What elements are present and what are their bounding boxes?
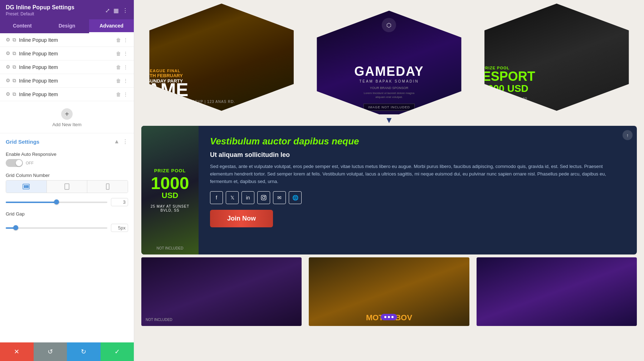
popup-item-2[interactable]: ⚙ ⧉ Inline Popup Item 🗑 ⋮: [0, 47, 134, 60]
tabs: Content Design Advanced: [0, 19, 134, 33]
auto-responsive-toggle[interactable]: [6, 159, 23, 167]
svg-point-8: [265, 196, 265, 197]
gear-icon-5[interactable]: ⚙: [6, 91, 10, 97]
svg-rect-4: [65, 184, 69, 189]
save-button[interactable]: ✓: [101, 342, 134, 361]
join-now-button[interactable]: Join Now: [210, 210, 273, 227]
popup-close-button[interactable]: ↑: [623, 130, 633, 140]
add-new-label: Add New Item: [52, 122, 82, 127]
item-label-5: Inline Popup Item: [19, 92, 113, 97]
popup-body: Sed egestas, ante et vulputate volutpat,…: [210, 163, 625, 185]
copy-icon-3[interactable]: ⧉: [13, 64, 16, 70]
thumb-3: [477, 257, 637, 326]
cancel-button[interactable]: ✕: [0, 342, 34, 361]
left-panel: DG Inline Popup Settings Preset: Default…: [0, 0, 134, 361]
gap-slider[interactable]: [6, 227, 107, 229]
column-value[interactable]: 3: [111, 198, 128, 206]
popup-items-list: ⚙ ⧉ Inline Popup Item 🗑 ⋮ ⚙ ⧉ Inline Pop…: [0, 33, 134, 101]
panel-title: DG Inline Popup Settings: [6, 4, 74, 11]
panel-subtitle: Preset: Default: [6, 11, 74, 16]
copy-icon-5[interactable]: ⧉: [13, 91, 16, 97]
social-web[interactable]: 🌐: [289, 191, 302, 204]
more-icon-4[interactable]: ⋮: [123, 78, 128, 84]
popup-content: Vestibulum auctor dapibus neque Ut aliqu…: [199, 126, 637, 254]
hex-item-2: ⬡ GAMEDAY TEAM BAPAK SOMADIN YOUR BRAND …: [309, 11, 469, 114]
grid-column-label: Grid Column Number: [6, 173, 128, 178]
grid-gap-row: Grid Gap: [0, 208, 134, 222]
grid-settings-title: Grid Settings: [6, 139, 39, 145]
copy-icon-1[interactable]: ⧉: [13, 37, 16, 43]
social-twitter[interactable]: 𝕏: [226, 191, 239, 204]
copy-icon-4[interactable]: ⧉: [13, 78, 16, 84]
social-icons-row: f 𝕏 in ✉ 🌐: [210, 191, 625, 204]
more-icon-3[interactable]: ⋮: [123, 64, 128, 70]
item-label-2: Inline Popup Item: [19, 51, 113, 56]
thumb-dots: [381, 314, 397, 320]
auto-responsive-row: Enable Auto Responsive OFF: [0, 149, 134, 170]
popup-item-3[interactable]: ⚙ ⧉ Inline Popup Item 🗑 ⋮: [0, 60, 134, 74]
svg-rect-6: [261, 195, 266, 200]
grid-column-row: Grid Column Number: [0, 170, 134, 196]
redo-icon: ↻: [81, 348, 86, 356]
svg-rect-5: [106, 184, 109, 189]
social-facebook[interactable]: f: [210, 191, 223, 204]
gap-value[interactable]: 5px: [111, 224, 128, 232]
cancel-icon: ✕: [14, 348, 19, 356]
more-icon-1[interactable]: ⋮: [123, 37, 128, 43]
hex-item-3: PRIZE POOL ESPORT 1000 USD 25 MAY AT SUN…: [477, 4, 637, 111]
popup-item-5[interactable]: ⚙ ⧉ Inline Popup Item 🗑 ⋮: [0, 88, 134, 101]
svg-rect-2: [26, 185, 27, 188]
tab-design[interactable]: Design: [45, 19, 89, 33]
grid-col-mobile[interactable]: [87, 180, 128, 193]
column-slider[interactable]: [6, 201, 107, 203]
grid-icon[interactable]: ▦: [113, 7, 119, 14]
reset-button[interactable]: ↺: [34, 342, 67, 361]
delete-icon-4[interactable]: 🗑: [116, 78, 121, 84]
popup-image-content: PRIZE POOL 1000 USD 25 MAY AT SUNSET BVL…: [141, 126, 199, 254]
social-instagram[interactable]: [257, 191, 270, 204]
more-icon[interactable]: ⋮: [122, 7, 128, 14]
tab-advanced[interactable]: Advanced: [89, 19, 134, 33]
gear-icon-4[interactable]: ⚙: [6, 78, 10, 84]
grid-settings-more[interactable]: ⋮: [122, 138, 128, 145]
grid-gap-label: Grid Gap: [6, 211, 128, 217]
redo-button[interactable]: ↻: [67, 342, 101, 361]
hex-grid: LEAGUE FINAL 7TH FEBRUARY SUNDAY PARTY A…: [134, 0, 644, 114]
svg-rect-3: [27, 185, 29, 188]
more-icon-2[interactable]: ⋮: [123, 51, 128, 56]
maximize-icon[interactable]: ⤢: [105, 7, 110, 14]
reset-icon: ↺: [48, 348, 53, 356]
save-icon: ✓: [114, 348, 120, 356]
gear-icon-2[interactable]: ⚙: [6, 50, 10, 56]
panel-content: ⚙ ⧉ Inline Popup Item 🗑 ⋮ ⚙ ⧉ Inline Pop…: [0, 33, 134, 361]
toggle-knob: [16, 160, 22, 166]
more-icon-5[interactable]: ⋮: [123, 92, 128, 97]
collapse-icon[interactable]: ▲: [114, 138, 119, 145]
column-slider-row: 3: [0, 196, 134, 208]
item-label-3: Inline Popup Item: [19, 64, 113, 70]
panel-header: DG Inline Popup Settings Preset: Default…: [0, 0, 134, 19]
gear-icon-1[interactable]: ⚙: [6, 37, 10, 43]
delete-icon-5[interactable]: 🗑: [116, 92, 121, 97]
grid-col-desktop[interactable]: [6, 180, 47, 193]
grid-col-tablet[interactable]: [47, 180, 88, 193]
delete-icon-2[interactable]: 🗑: [116, 51, 121, 56]
delete-icon-1[interactable]: 🗑: [116, 37, 121, 43]
popup-item-1[interactable]: ⚙ ⧉ Inline Popup Item 🗑 ⋮: [0, 33, 134, 47]
grid-column-selector: [6, 180, 128, 193]
grid-settings-header: Grid Settings ▲ ⋮: [0, 133, 134, 149]
popup-card: ↑ PRIZE POOL 1000 USD 25 MAY AT SUNSET B…: [141, 126, 637, 254]
delete-icon-3[interactable]: 🗑: [116, 64, 121, 70]
hex-item-1: LEAGUE FINAL 7TH FEBRUARY SUNDAY PARTY A…: [141, 4, 302, 111]
copy-icon-2[interactable]: ⧉: [13, 50, 16, 56]
item-label-1: Inline Popup Item: [19, 37, 113, 43]
bottom-thumbnails: NOT INCLUDED MOTORBOV: [134, 254, 644, 326]
popup-item-4[interactable]: ⚙ ⧉ Inline Popup Item 🗑 ⋮: [0, 74, 134, 88]
popup-subheading: Ut aliquam sollicitudin leo: [210, 151, 625, 159]
add-new-item-button[interactable]: + Add New Item: [0, 101, 134, 133]
social-email[interactable]: ✉: [273, 191, 286, 204]
tab-content[interactable]: Content: [0, 19, 45, 33]
social-linkedin[interactable]: in: [241, 191, 254, 204]
gap-slider-row: 5px: [0, 222, 134, 234]
gear-icon-3[interactable]: ⚙: [6, 64, 10, 70]
